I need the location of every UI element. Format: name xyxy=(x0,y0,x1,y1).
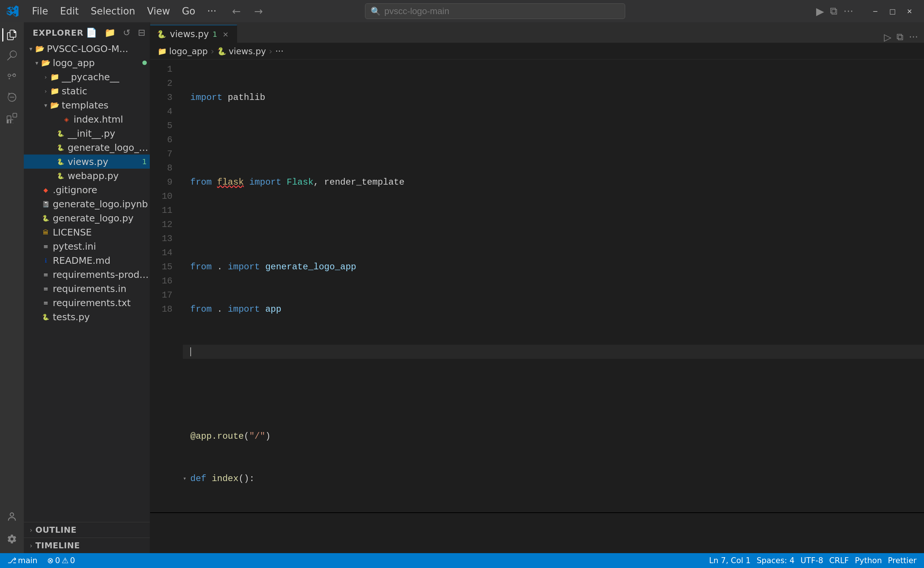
tree-pytest-ini[interactable]: ≡ pytest.ini xyxy=(24,239,150,253)
tree-generate-logo-py[interactable]: 🐍 generate_logo.py xyxy=(24,211,150,225)
tab-close-button[interactable]: × xyxy=(221,29,230,39)
tree-generate-logo-app-py[interactable]: 🐍 generate_logo_app.py xyxy=(24,140,150,154)
sidebar: EXPLORER 📄 📁 ↺ ⊟ ··· 📂 PVSCC-LOGO-M... 📂… xyxy=(24,22,150,553)
menu-file[interactable]: File xyxy=(27,4,53,18)
activity-source-control[interactable] xyxy=(2,67,21,86)
activity-run-debug[interactable] xyxy=(2,88,21,107)
pytest-icon: ≡ xyxy=(41,242,51,251)
status-branch[interactable]: ⎇ main xyxy=(5,556,40,565)
error-count: 0 xyxy=(55,556,60,565)
maximize-button[interactable]: □ xyxy=(884,4,901,18)
views-tab[interactable]: 🐍 views.py 1 × xyxy=(150,25,237,43)
nav-back-button[interactable]: ← xyxy=(229,4,243,19)
webapp-py-name: webapp.py xyxy=(68,171,150,181)
split-view-button[interactable]: ⧉ xyxy=(897,31,904,43)
search-bar[interactable]: 🔍 xyxy=(365,3,625,19)
new-file-button[interactable]: 📄 xyxy=(84,27,99,39)
tree-generate-logo-ipynb[interactable]: 📓 generate_logo.ipynb xyxy=(24,197,150,211)
status-encoding[interactable]: UTF-8 xyxy=(798,556,826,565)
activity-search[interactable] xyxy=(2,46,21,65)
tree-views-py[interactable]: 🐍 views.py 1 xyxy=(24,154,150,169)
logo-app-name: logo_app xyxy=(53,57,142,68)
minimize-button[interactable]: ─ xyxy=(867,4,884,18)
tree-root[interactable]: 📂 PVSCC-LOGO-M... xyxy=(24,42,150,56)
fold-10[interactable] xyxy=(183,472,190,486)
tree-static[interactable]: 📁 static xyxy=(24,84,150,98)
error-icon: ⊗ xyxy=(47,556,54,565)
status-position[interactable]: Ln 7, Col 1 xyxy=(707,556,753,565)
req-in-icon: ≡ xyxy=(41,284,51,293)
breadcrumb-views-py[interactable]: 🐍 views.py xyxy=(217,47,266,56)
nav-forward-button[interactable]: → xyxy=(251,4,266,19)
tree-webapp-py[interactable]: 🐍 webapp.py xyxy=(24,169,150,183)
code-line-4 xyxy=(183,218,924,232)
status-spaces[interactable]: Spaces: 4 xyxy=(755,556,797,565)
pycache-name: __pycache__ xyxy=(62,72,150,83)
close-button[interactable]: ✕ xyxy=(901,4,918,18)
editor-area: 🐍 views.py 1 × ▷ ⧉ ··· 📁 logo_app › 🐍 vi… xyxy=(150,22,924,553)
index-html-name: index.html xyxy=(74,114,150,125)
menu-edit[interactable]: Edit xyxy=(55,4,84,18)
status-right: Ln 7, Col 1 Spaces: 4 UTF-8 CRLF Python … xyxy=(707,556,919,565)
tree-readme[interactable]: ℹ README.md xyxy=(24,253,150,267)
tree-req-in[interactable]: ≡ requirements.in xyxy=(24,282,150,296)
tree-init-py[interactable]: 🐍 __init__.py xyxy=(24,126,150,140)
tree-req-txt[interactable]: ≡ requirements.txt xyxy=(24,296,150,310)
req-txt-arrow xyxy=(33,299,41,307)
breadcrumb-sep-2: › xyxy=(269,47,272,56)
more-actions-button[interactable]: ··· xyxy=(843,5,853,17)
activity-extensions[interactable] xyxy=(2,109,21,128)
main-layout: EXPLORER 📄 📁 ↺ ⊟ ··· 📂 PVSCC-LOGO-M... 📂… xyxy=(0,22,924,553)
search-input[interactable] xyxy=(384,6,620,17)
tree-logo-app[interactable]: 📂 logo_app xyxy=(24,56,150,70)
readme-name: README.md xyxy=(53,255,150,266)
breadcrumb-logo-app[interactable]: 📁 logo_app xyxy=(157,47,208,56)
timeline-section[interactable]: › TIMELINE xyxy=(24,538,150,553)
status-eol[interactable]: CRLF xyxy=(827,556,851,565)
root-folder-icon: 📂 xyxy=(35,44,45,53)
ipynb-name: generate_logo.ipynb xyxy=(53,199,150,210)
warning-icon: ⚠ xyxy=(62,556,69,565)
tree-index-html[interactable]: ◈ index.html xyxy=(24,112,150,126)
outline-section[interactable]: › OUTLINE xyxy=(24,522,150,538)
logo-app-modified-dot xyxy=(142,60,147,65)
license-arrow xyxy=(33,228,41,236)
menu-selection[interactable]: Selection xyxy=(86,4,141,18)
tree-tests-py[interactable]: 🐍 tests.py xyxy=(24,310,150,324)
gitignore-arrow xyxy=(33,186,41,194)
static-arrow xyxy=(42,87,50,95)
collapse-all-button[interactable]: ⊟ xyxy=(136,27,148,39)
code-content[interactable]: import pathlib from flask import Flask, … xyxy=(180,59,924,512)
status-errors[interactable]: ⊗ 0 ⚠ 0 xyxy=(45,556,77,565)
license-icon: 🏛 xyxy=(41,227,51,237)
req-txt-icon: ≡ xyxy=(41,298,51,308)
init-py-icon: 🐍 xyxy=(56,128,65,138)
tree-req-prod[interactable]: ≡ requirements-prod.txt xyxy=(24,267,150,282)
activity-explorer[interactable] xyxy=(2,25,21,45)
title-bar: File Edit Selection View Go ··· ← → 🔍 ▶ … xyxy=(0,0,924,22)
activity-settings[interactable] xyxy=(2,529,21,549)
status-language[interactable]: Python xyxy=(853,556,884,565)
menu-more[interactable]: ··· xyxy=(202,4,222,18)
explorer-title: EXPLORER xyxy=(33,28,84,38)
breadcrumb-folder-icon: 📁 xyxy=(157,47,167,56)
new-folder-button[interactable]: 📁 xyxy=(102,27,118,39)
run-button[interactable]: ▶ xyxy=(816,5,824,17)
status-formatter[interactable]: Prettier xyxy=(886,556,919,565)
templates-icon: 📂 xyxy=(50,100,59,110)
tree-gitignore[interactable]: ◆ .gitignore xyxy=(24,183,150,197)
tree-license[interactable]: 🏛 LICENSE xyxy=(24,225,150,239)
tree-templates[interactable]: 📂 templates xyxy=(24,98,150,112)
split-editor-button[interactable]: ⧉ xyxy=(830,5,838,17)
menu-view[interactable]: View xyxy=(142,4,175,18)
tab-filename: views.py xyxy=(170,29,209,39)
index-html-icon: ◈ xyxy=(62,115,71,124)
code-editor[interactable]: 1 2 3 4 5 6 7 8 9 10 11 12 13 14 15 16 1… xyxy=(150,59,924,512)
activity-account[interactable] xyxy=(2,507,21,526)
breadcrumb-more[interactable]: ··· xyxy=(275,47,284,56)
run-file-button[interactable]: ▷ xyxy=(884,32,891,43)
tree-pycache[interactable]: 📁 __pycache__ xyxy=(24,70,150,84)
more-tab-actions-button[interactable]: ··· xyxy=(909,32,918,43)
menu-go[interactable]: Go xyxy=(177,4,200,18)
refresh-button[interactable]: ↺ xyxy=(121,27,133,39)
